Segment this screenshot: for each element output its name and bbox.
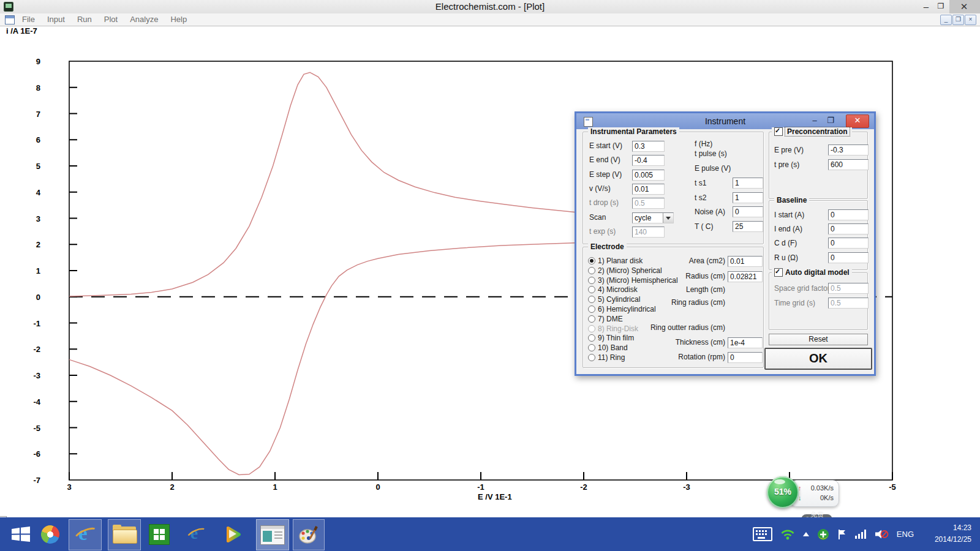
electrode-field-label: Thickness (cm) [644, 338, 725, 347]
wifi-tray-icon[interactable] [780, 529, 795, 540]
param-field-e-end-v-[interactable]: -0.4 [632, 155, 665, 166]
auto-digital-label: Time grid (s) [774, 299, 815, 307]
param-field-t-c-[interactable]: 25 [733, 221, 763, 232]
param-label: E pulse (V) [695, 164, 731, 173]
auto-digital-field-time-grid-s-[interactable]: 0.5 [828, 298, 869, 309]
electrode-field-rotation-rpm-[interactable]: 0 [728, 352, 763, 363]
param-field-t-drop-s-[interactable]: 0.5 [632, 198, 665, 209]
param-field-e-step-v-[interactable]: 0.005 [632, 170, 665, 181]
electrode-radio-6[interactable] [588, 305, 595, 313]
dialog-minimize-button[interactable]: – [808, 115, 821, 126]
baseline-label: C d (F) [774, 239, 797, 247]
upload-speed: 0.03K/s [811, 484, 834, 492]
internet-explorer-icon[interactable]: e [69, 519, 102, 550]
electrode-option-label: 9) Thin film [598, 334, 634, 342]
param-label: T ( C) [695, 222, 713, 231]
clock[interactable]: 14:23 2014/12/25 [935, 522, 971, 545]
dialog-maximize-button[interactable]: ❐ [824, 115, 837, 126]
param-label: E end (V) [589, 156, 620, 164]
electrode-field-radius-cm-[interactable]: 0.02821 [728, 271, 763, 282]
electrode-field-thickness-cm-[interactable]: 1e-4 [728, 337, 763, 348]
param-field-t-exp-s-[interactable]: 140 [632, 227, 665, 238]
param-label: t drop (s) [589, 198, 619, 207]
ie-logo-icon: e [186, 525, 206, 543]
electrode-radio-11[interactable] [588, 354, 595, 361]
y-tick-label: 9 [36, 57, 40, 66]
file-explorer-icon[interactable] [108, 519, 141, 550]
electrode-field-label: Radius (cm) [644, 272, 725, 280]
mdi-child-icon[interactable] [5, 15, 15, 24]
auto-digital-label: Space grid factor [774, 284, 830, 293]
param-field-scan[interactable]: cycle [632, 212, 674, 223]
memory-usage-ball[interactable]: 51% [767, 476, 799, 508]
start-button[interactable] [6, 519, 36, 549]
menu-item-plot[interactable]: Plot [98, 13, 124, 25]
menu-item-file[interactable]: File [16, 13, 41, 25]
electrode-radio-2[interactable] [588, 267, 595, 274]
baseline-field-i-start-a-[interactable]: 0 [828, 209, 869, 220]
360-browser-icon[interactable] [37, 519, 64, 549]
menu-item-run[interactable]: Run [71, 13, 98, 25]
param-field-noise-a-[interactable]: 0 [733, 206, 763, 217]
dialog-close-button[interactable]: ✕ [846, 114, 869, 128]
electrode-radio-7[interactable] [588, 315, 595, 323]
electrode-radio-10[interactable] [588, 344, 595, 351]
mdi-close-button[interactable]: × [965, 15, 976, 25]
param-field-t-s1[interactable]: 1 [733, 178, 763, 189]
minimize-button[interactable]: – [920, 0, 932, 13]
y-tick-label: -6 [33, 449, 40, 459]
tencent-video-icon[interactable] [219, 519, 246, 549]
baseline-field-r-u-[interactable]: 0 [828, 252, 869, 263]
param-label: E start (V) [589, 141, 622, 150]
electrochemist-app-icon[interactable] [256, 519, 289, 550]
reset-button[interactable]: Reset [769, 334, 868, 345]
hidden-icons-arrow[interactable] [803, 532, 809, 536]
desktop: Electrochemist.com - [Plot] – ❐ ✕ FileIn… [0, 0, 980, 551]
auto-digital-model-group: Auto digital model Space grid factor0.5T… [769, 272, 868, 330]
close-icon[interactable]: ✕ [957, 0, 971, 13]
auto-digital-model-checkbox[interactable] [774, 268, 783, 277]
touch-keyboard-icon[interactable] [753, 527, 772, 541]
volume-muted-icon[interactable] [874, 528, 889, 540]
electrode-radio-5[interactable] [588, 296, 595, 303]
y-tick-label: 3 [36, 214, 40, 223]
param-label: t s1 [695, 179, 706, 187]
electrode-field-area-cm2-[interactable]: 0.01 [728, 256, 763, 267]
dropdown-arrow-icon[interactable] [663, 213, 673, 223]
restore-button[interactable]: ❐ [935, 0, 947, 13]
preconcentration-field-t-pre-s-[interactable]: 600 [828, 159, 869, 170]
paint-icon[interactable] [293, 519, 325, 550]
electrode-radio-1[interactable] [588, 257, 595, 264]
menu-item-help[interactable]: Help [164, 13, 193, 25]
folder-icon [113, 527, 136, 544]
y-tick-label: -4 [33, 397, 40, 407]
param-field-t-s2[interactable]: 1 [733, 192, 763, 203]
menu-item-analyze[interactable]: Analyze [124, 13, 164, 25]
electrode-option-label: 5) Cylindrical [598, 295, 640, 304]
menu-item-input[interactable]: Input [41, 13, 71, 25]
x-tick-label: 1 [273, 482, 277, 492]
internet-explorer-desktop-icon[interactable]: e [183, 519, 209, 549]
param-field-v-v-s-[interactable]: 0.01 [632, 184, 665, 195]
360-safety-ball-icon[interactable] [817, 528, 829, 541]
action-center-flag-icon[interactable] [837, 529, 847, 540]
electrode-radio-9[interactable] [588, 334, 595, 342]
mdi-minimize-button[interactable]: _ [940, 15, 952, 25]
baseline-field-i-end-a-[interactable]: 0 [828, 223, 869, 234]
param-field-e-start-v-[interactable]: 0.3 [632, 141, 665, 152]
electrode-radio-3[interactable] [588, 277, 595, 284]
baseline-field-c-d-f-[interactable]: 0 [828, 238, 869, 249]
taskbar: ee ENG 14:23 2014/12/25 [0, 517, 980, 551]
electrode-radio-4[interactable] [588, 286, 595, 293]
electrode-option-label: 10) Band [598, 343, 628, 352]
language-indicator[interactable]: ENG [897, 530, 914, 539]
preconcentration-field-e-pre-v-[interactable]: -0.3 [828, 144, 869, 156]
ok-button[interactable]: OK [764, 348, 872, 370]
network-signal-icon[interactable] [855, 530, 866, 539]
auto-digital-field-space-grid-factor[interactable]: 0.5 [828, 283, 869, 294]
preconcentration-checkbox[interactable] [774, 127, 783, 136]
windows-store-icon[interactable] [146, 519, 173, 549]
menu-bar: FileInputRunPlotAnalyzeHelp _ ❐ × [0, 13, 980, 26]
mdi-restore-button[interactable]: ❐ [952, 15, 964, 25]
y-tick-label: -3 [33, 371, 40, 380]
